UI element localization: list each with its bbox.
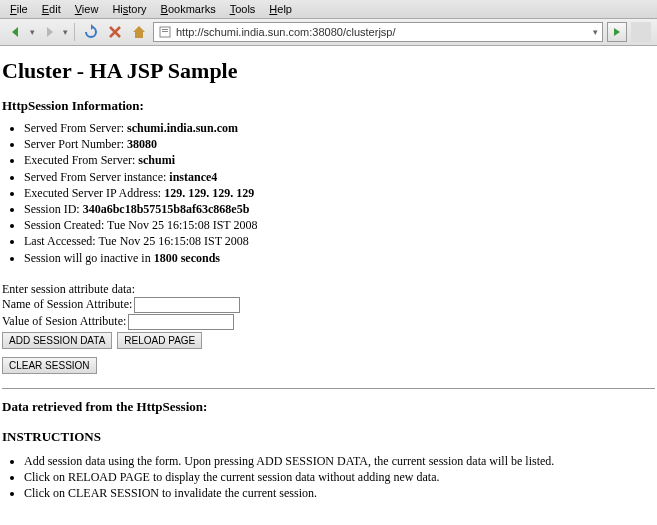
instructions-head: INSTRUCTIONS [2,429,655,445]
page-icon [158,25,172,39]
home-button[interactable] [129,22,149,42]
menubar: File Edit View History Bookmarks Tools H… [0,0,657,19]
info-list: Served From Server: schumi.india.sun.com… [24,120,655,266]
button-row-1: ADD SESSION DATA RELOAD PAGE [2,332,655,349]
list-item: Session will go inactive in 1800 seconds [24,250,655,266]
list-item: Executed Server IP Address: 129. 129. 12… [24,185,655,201]
toolbar-separator [74,23,75,41]
menu-view[interactable]: View [69,2,105,16]
forward-dropdown-icon[interactable]: ▾ [63,27,68,37]
form-row-name: Name of Session Attribute: [2,297,655,313]
menu-tools[interactable]: Tools [224,2,262,16]
form-section: Enter session attribute data: Name of Se… [2,282,655,374]
url-dropdown-icon[interactable]: ▾ [593,27,598,37]
list-item: Server Port Number: 38080 [24,136,655,152]
value-label: Value of Sesion Attribute: [2,314,126,329]
name-input[interactable] [134,297,240,313]
menu-history[interactable]: History [106,2,152,16]
page-content: Cluster - HA JSP Sample HttpSession Info… [0,46,657,505]
url-text[interactable]: http://schumi.india.sun.com:38080/cluste… [176,26,593,38]
list-item: Add session data using the form. Upon pr… [24,453,655,469]
list-item: Session ID: 340a6bc18b57515b8af63c868e5b [24,201,655,217]
divider [2,388,655,389]
page-title: Cluster - HA JSP Sample [2,58,655,84]
forward-button[interactable] [39,22,59,42]
add-session-data-button[interactable]: ADD SESSION DATA [2,332,112,349]
menu-bookmarks[interactable]: Bookmarks [155,2,222,16]
back-dropdown-icon[interactable]: ▾ [30,27,35,37]
form-row-value: Value of Sesion Attribute: [2,314,655,330]
list-item: Last Accessed: Tue Nov 25 16:15:08 IST 2… [24,233,655,249]
menu-edit[interactable]: Edit [36,2,67,16]
list-item: Served From Server: schumi.india.sun.com [24,120,655,136]
list-item: Executed From Server: schumi [24,152,655,168]
section-head-retrieved: Data retrieved from the HttpSession: [2,399,655,415]
back-button[interactable] [6,22,26,42]
list-item: Session Created: Tue Nov 25 16:15:08 IST… [24,217,655,233]
throbber-icon [631,22,651,42]
go-button[interactable] [607,22,627,42]
svg-rect-4 [162,31,168,32]
instructions-list: Add session data using the form. Upon pr… [24,453,655,502]
stop-button[interactable] [105,22,125,42]
toolbar: ▾ ▾ http://schumi.india.sun.com:38080/cl… [0,19,657,46]
value-input[interactable] [128,314,234,330]
list-item: Served From Server instance: instance4 [24,169,655,185]
url-bar[interactable]: http://schumi.india.sun.com:38080/cluste… [153,22,603,42]
list-item: Click on CLEAR SESSION to invalidate the… [24,485,655,501]
button-row-2: CLEAR SESSION [2,357,655,374]
clear-session-button[interactable]: CLEAR SESSION [2,357,97,374]
form-prompt: Enter session attribute data: [2,282,655,297]
list-item: Click on RELOAD PAGE to display the curr… [24,469,655,485]
menu-help[interactable]: Help [263,2,298,16]
menu-file[interactable]: File [4,2,34,16]
reload-button[interactable] [81,22,101,42]
section-head-httpsession: HttpSession Information: [2,98,655,114]
name-label: Name of Session Attribute: [2,297,132,312]
reload-page-button[interactable]: RELOAD PAGE [117,332,202,349]
svg-rect-3 [162,29,168,30]
